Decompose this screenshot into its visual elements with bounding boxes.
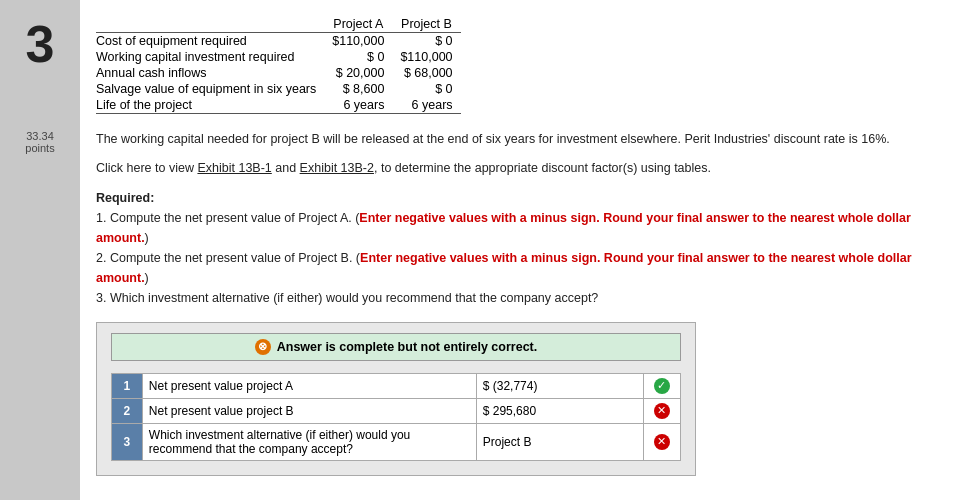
answer-row-value: $ 295,680 bbox=[476, 398, 643, 423]
required-item2-prefix: 2. Compute the net present value of Proj… bbox=[96, 251, 360, 265]
table-cell-project-a: $ 0 bbox=[324, 49, 392, 65]
exhibit1-link[interactable]: Exhibit 13B-1 bbox=[197, 161, 271, 175]
table-row: Working capital investment required$ 0$1… bbox=[96, 49, 461, 65]
paragraph-1: The working capital needed for project B… bbox=[96, 130, 946, 149]
required-item1-prefix: 1. Compute the net present value of Proj… bbox=[96, 211, 359, 225]
table-row: Life of the project6 years6 years bbox=[96, 97, 461, 114]
required-item3: 3. Which investment alternative (if eith… bbox=[96, 291, 598, 305]
table-cell-project-a: $ 20,000 bbox=[324, 65, 392, 81]
table-header-project-a: Project A bbox=[324, 16, 392, 33]
table-cell-project-a: $110,000 bbox=[324, 33, 392, 50]
answer-row-value: Project B bbox=[476, 423, 643, 460]
table-header-label bbox=[96, 16, 324, 33]
table-cell-project-b: $ 0 bbox=[392, 33, 460, 50]
answer-status-bar: ⊗ Answer is complete but not entirely co… bbox=[111, 333, 681, 361]
answer-row-status: ✕ bbox=[643, 423, 680, 460]
left-panel: 3 33.34 points bbox=[0, 0, 80, 500]
answer-box: ⊗ Answer is complete but not entirely co… bbox=[96, 322, 696, 476]
table-row: Salvage value of equipment in six years$… bbox=[96, 81, 461, 97]
table-cell-project-b: $ 68,000 bbox=[392, 65, 460, 81]
exhibit2-link[interactable]: Exhibit 13B-2 bbox=[300, 161, 374, 175]
answer-row-number: 1 bbox=[112, 373, 143, 398]
paragraph-2: Click here to view Exhibit 13B-1 and Exh… bbox=[96, 159, 946, 178]
answer-row-number: 3 bbox=[112, 423, 143, 460]
table-cell-label: Cost of equipment required bbox=[96, 33, 324, 50]
main-content: Project A Project B Cost of equipment re… bbox=[80, 0, 966, 500]
table-cell-label: Working capital investment required bbox=[96, 49, 324, 65]
answer-table: 1Net present value project A$ (32,774)✓2… bbox=[111, 373, 681, 461]
table-row: Annual cash inflows$ 20,000$ 68,000 bbox=[96, 65, 461, 81]
answer-status-text: Answer is complete but not entirely corr… bbox=[277, 340, 537, 354]
table-cell-project-b: 6 years bbox=[392, 97, 460, 114]
answer-table-row: 1Net present value project A$ (32,774)✓ bbox=[112, 373, 681, 398]
table-cell-project-a: $ 8,600 bbox=[324, 81, 392, 97]
table-cell-project-a: 6 years bbox=[324, 97, 392, 114]
required-item2-suffix: ) bbox=[145, 271, 149, 285]
required-label: Required: bbox=[96, 191, 154, 205]
answer-row-label: Which investment alternative (if either)… bbox=[142, 423, 476, 460]
status-icon: ⊗ bbox=[255, 339, 271, 355]
table-cell-project-b: $ 0 bbox=[392, 81, 460, 97]
table-cell-label: Annual cash inflows bbox=[96, 65, 324, 81]
answer-row-status: ✕ bbox=[643, 398, 680, 423]
table-cell-project-b: $110,000 bbox=[392, 49, 460, 65]
table-header-project-b: Project B bbox=[392, 16, 460, 33]
x-icon: ✕ bbox=[654, 434, 670, 450]
answer-row-label: Net present value project A bbox=[142, 373, 476, 398]
table-cell-label: Salvage value of equipment in six years bbox=[96, 81, 324, 97]
x-icon: ✕ bbox=[654, 403, 670, 419]
check-icon: ✓ bbox=[654, 378, 670, 394]
paragraph2-suffix: , to determine the appropriate discount … bbox=[374, 161, 711, 175]
question-number: 3 bbox=[26, 18, 55, 70]
answer-row-status: ✓ bbox=[643, 373, 680, 398]
answer-table-row: 3Which investment alternative (if either… bbox=[112, 423, 681, 460]
required-item1-suffix: ) bbox=[145, 231, 149, 245]
answer-row-label: Net present value project B bbox=[142, 398, 476, 423]
required-section: Required: 1. Compute the net present val… bbox=[96, 188, 946, 308]
answer-table-row: 2Net present value project B$ 295,680✕ bbox=[112, 398, 681, 423]
points-label: 33.34 points bbox=[25, 130, 54, 154]
table-row: Cost of equipment required$110,000$ 0 bbox=[96, 33, 461, 50]
problem-table: Project A Project B Cost of equipment re… bbox=[96, 16, 461, 114]
paragraph2-middle: and bbox=[272, 161, 300, 175]
paragraph2-prefix: Click here to view bbox=[96, 161, 197, 175]
table-cell-label: Life of the project bbox=[96, 97, 324, 114]
answer-row-value: $ (32,774) bbox=[476, 373, 643, 398]
answer-row-number: 2 bbox=[112, 398, 143, 423]
